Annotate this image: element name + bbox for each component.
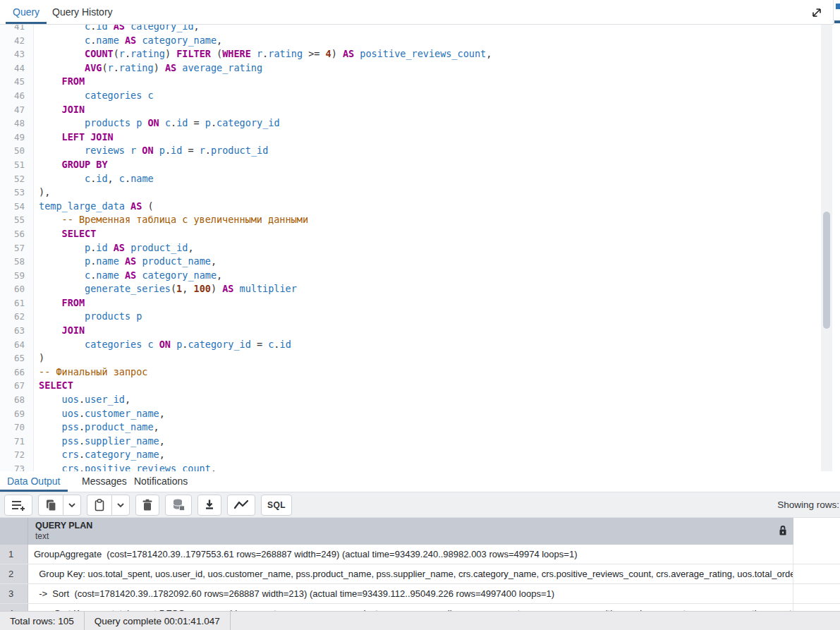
code-line[interactable]: 48 products p ON c.id = p.category_id [0, 116, 840, 131]
row-number-cell[interactable]: 1 [0, 545, 28, 564]
line-number: 53 [0, 186, 34, 200]
table-row[interactable]: 3 -> Sort (cost=1781420.39..1782092.60 r… [0, 584, 840, 604]
add-row-button[interactable] [4, 495, 32, 516]
paste-button[interactable] [87, 495, 111, 516]
paste-icon [93, 499, 106, 511]
code-line[interactable]: 60 generate_series(1, 100) AS multiplier [0, 282, 840, 296]
code-line[interactable]: 63 JOIN [0, 324, 840, 338]
line-number: 56 [0, 227, 34, 241]
tab-query[interactable]: Query [6, 0, 47, 24]
row-number-cell[interactable]: 4 [0, 604, 28, 611]
pgadmin-query-tool: Query Query History 41 c.id AS category_… [0, 0, 840, 630]
code-line[interactable]: 68 uos.user_id, [0, 393, 840, 407]
tab-query-history[interactable]: Query History [45, 0, 120, 24]
column-type: text [35, 531, 786, 541]
output-tab-bar: Data Output Messages Notifications [0, 471, 840, 492]
line-number: 62 [0, 310, 34, 324]
editor-scrollbar-thumb[interactable] [823, 212, 830, 329]
editor-scrollbar[interactable] [821, 25, 832, 471]
code-line[interactable]: 67SELECT [0, 379, 840, 393]
code-line[interactable]: 59 c.name AS category_name, [0, 269, 840, 283]
tab-notifications[interactable]: Notifications [127, 471, 195, 492]
cutoff-tab-underline [834, 20, 840, 23]
output-panel: Data Output Messages Notifications [0, 471, 840, 630]
save-data-changes-button[interactable] [165, 495, 192, 516]
row-number-cell[interactable]: 3 [0, 584, 28, 603]
adjacent-panel-fragment [833, 0, 840, 25]
line-number: 67 [0, 379, 34, 393]
query-plan-cell[interactable]: Sort Key: uos.total_spent DESC, uos.user… [28, 604, 793, 611]
tab-query-label: Query [13, 6, 39, 18]
line-number: 49 [0, 131, 34, 145]
query-plan-column-header[interactable]: QUERY PLAN text [28, 518, 793, 545]
graph-visualiser-button[interactable] [227, 495, 255, 516]
code-line[interactable]: 73 crs.positive_reviews_count, [0, 462, 840, 471]
database-save-icon [171, 498, 185, 511]
show-sql-button[interactable]: SQL [261, 495, 292, 516]
query-plan-cell[interactable]: -> Sort (cost=1781420.39..1782092.60 row… [28, 584, 793, 603]
tab-notifications-label: Notifications [134, 475, 188, 487]
tab-query-history-label: Query History [52, 6, 113, 18]
trash-icon [142, 499, 153, 511]
delete-row-button[interactable] [135, 495, 159, 516]
row-number-cell[interactable]: 2 [0, 564, 28, 583]
code-line[interactable]: 52 c.id, c.name [0, 172, 840, 186]
code-line[interactable]: 43 COUNT(r.rating) FILTER (WHERE r.ratin… [0, 47, 840, 61]
add-row-icon [11, 498, 26, 512]
code-line[interactable]: 72 crs.category_name, [0, 448, 840, 462]
table-row[interactable]: 1GroupAggregate (cost=1781420.39..179755… [0, 545, 840, 564]
code-line[interactable]: 56 SELECT [0, 227, 840, 241]
query-plan-cell[interactable]: GroupAggregate (cost=1781420.39..1797553… [28, 545, 793, 564]
tab-messages[interactable]: Messages [75, 471, 134, 492]
code-line[interactable]: 57 p.id AS product_id, [0, 241, 840, 255]
data-output-toolbar: SQL Showing rows: [0, 492, 840, 518]
line-number: 42 [0, 34, 34, 48]
code-line[interactable]: 55 -- Временная таблица с увеличенными д… [0, 213, 840, 227]
line-number: 57 [0, 241, 34, 255]
code-line[interactable]: 46 categories c [0, 89, 840, 103]
code-line[interactable]: 64 categories c ON p.category_id = c.id [0, 338, 840, 352]
table-row[interactable]: 2 Group Key: uos.total_spent, uos.user_i… [0, 564, 840, 584]
tab-data-output[interactable]: Data Output [0, 471, 68, 492]
line-number: 58 [0, 255, 34, 269]
tab-data-output-label: Data Output [7, 475, 61, 487]
line-number: 73 [0, 462, 34, 471]
code-line[interactable]: 45 FROM [0, 75, 840, 89]
code-line[interactable]: 69 uos.customer_name, [0, 407, 840, 421]
code-line[interactable]: 65) [0, 351, 840, 365]
code-line[interactable]: 42 c.name AS category_name, [0, 34, 840, 48]
code-line[interactable]: 62 products p [0, 310, 840, 324]
code-line[interactable]: 49 LEFT JOIN [0, 131, 840, 145]
code-line[interactable]: 44 AVG(r.rating) AS average_rating [0, 61, 840, 75]
paste-button-group [87, 495, 130, 516]
expand-panel-button[interactable] [809, 5, 824, 20]
code-line[interactable]: 66-- Финальный запрос [0, 365, 840, 380]
line-number: 48 [0, 116, 34, 131]
line-number: 59 [0, 269, 34, 283]
copy-button[interactable] [38, 495, 63, 516]
code-line[interactable]: 41 c.id AS category_id, [0, 25, 840, 34]
paste-options-button[interactable] [111, 495, 130, 516]
code-line[interactable]: 71 pss.supplier_name, [0, 435, 840, 449]
query-complete-status: Query complete 00:01:41.047 [85, 612, 231, 630]
query-plan-cell[interactable]: Group Key: uos.total_spent, uos.user_id,… [28, 564, 793, 583]
query-plan-table: QUERY PLAN text 1GroupAggregate (cost=17… [0, 518, 840, 611]
download-results-button[interactable] [197, 495, 221, 516]
table-row[interactable]: 4 Sort Key: uos.total_spent DESC, uos.us… [0, 604, 840, 611]
line-number: 55 [0, 213, 34, 227]
code-line[interactable]: 50 reviews r ON p.id = r.product_id [0, 144, 840, 158]
line-number: 72 [0, 448, 34, 462]
row-number-header[interactable] [0, 518, 28, 545]
code-line[interactable]: 51 GROUP BY [0, 158, 840, 172]
line-number: 69 [0, 407, 34, 421]
copy-options-button[interactable] [63, 495, 81, 516]
code-line[interactable]: 61 FROM [0, 296, 840, 310]
line-number: 54 [0, 200, 34, 214]
code-line[interactable]: 54temp_large_data AS ( [0, 200, 840, 214]
code-line[interactable]: 58 p.name AS product_name, [0, 255, 840, 269]
code-line[interactable]: 70 pss.product_name, [0, 420, 840, 435]
sql-button-label: SQL [267, 500, 286, 510]
code-line[interactable]: 47 JOIN [0, 103, 840, 117]
code-line[interactable]: 53), [0, 186, 840, 200]
sql-editor[interactable]: 41 c.id AS category_id,42 c.name AS cate… [0, 25, 840, 471]
